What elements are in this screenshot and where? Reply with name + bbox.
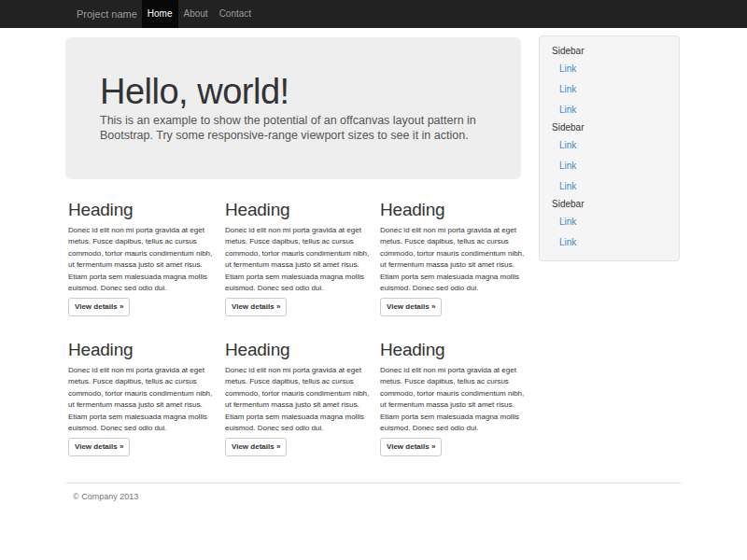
sidebar-group: Sidebar Link Link (540, 197, 679, 253)
content-card: Heading Donec id elit non mi porta gravi… (222, 200, 374, 316)
sidebar-group: Sidebar Link Link Link (540, 120, 679, 197)
card-heading: Heading (68, 200, 218, 220)
card-heading: Heading (380, 200, 529, 220)
content-card: Heading Donec id elit non mi porta gravi… (377, 340, 529, 456)
card-body-text: Donec id elit non mi porta gravida at eg… (380, 225, 525, 294)
card-body-text: Donec id elit non mi porta gravida at eg… (225, 365, 370, 434)
sidebar-link[interactable]: Link (540, 232, 679, 253)
sidebar-link[interactable]: Link (540, 79, 679, 100)
view-details-button[interactable]: View details » (225, 298, 287, 316)
navbar-menu: Home About Contact (142, 0, 257, 28)
sidebar-group-heading: Sidebar (540, 120, 679, 135)
hero-heading: Hello, world! (100, 73, 486, 110)
view-details-button[interactable]: View details » (68, 298, 130, 316)
content-card: Heading Donec id elit non mi porta gravi… (222, 340, 374, 456)
nav-item-contact[interactable]: Contact (214, 0, 257, 28)
card-body-text: Donec id elit non mi porta gravida at eg… (380, 365, 525, 434)
card-heading: Heading (225, 200, 374, 220)
nav-item-home[interactable]: Home (142, 0, 178, 28)
sidebar-group-heading: Sidebar (540, 44, 679, 59)
sidebar-link[interactable]: Link (540, 156, 679, 176)
sidebar-link[interactable]: Link (540, 176, 679, 197)
sidebar-group-heading: Sidebar (540, 197, 679, 212)
sidebar-link[interactable]: Link (540, 212, 679, 232)
footer: © Company 2013 (65, 492, 682, 501)
top-navbar: Project name Home About Contact (0, 0, 747, 28)
view-details-button[interactable]: View details » (380, 438, 442, 456)
jumbotron: Hello, world! This is an example to show… (65, 37, 521, 179)
content-card: Heading Donec id elit non mi porta gravi… (65, 340, 218, 456)
content-card: Heading Donec id elit non mi porta gravi… (65, 200, 218, 316)
footer-divider (65, 483, 682, 483)
card-heading: Heading (68, 340, 218, 360)
view-details-button[interactable]: View details » (225, 438, 287, 456)
card-body-text: Donec id elit non mi porta gravida at eg… (225, 225, 370, 294)
navbar-brand[interactable]: Project name (65, 0, 142, 28)
sidebar-well: Sidebar Link Link Link Sidebar Link Link… (539, 35, 680, 261)
card-body-text: Donec id elit non mi porta gravida at eg… (68, 225, 213, 294)
card-body-text: Donec id elit non mi porta gravida at eg… (68, 365, 213, 434)
card-heading: Heading (380, 340, 529, 360)
content-card: Heading Donec id elit non mi porta gravi… (377, 200, 529, 316)
view-details-button[interactable]: View details » (68, 438, 130, 456)
sidebar-link[interactable]: Link (540, 135, 679, 156)
hero-text: This is an example to show the potential… (100, 113, 486, 143)
copyright-text: © Company 2013 (73, 492, 682, 501)
view-details-button[interactable]: View details » (380, 298, 442, 316)
nav-item-about[interactable]: About (178, 0, 214, 28)
navbar-container: Project name Home About Contact (65, 0, 682, 28)
sidebar-link[interactable]: Link (540, 59, 679, 79)
card-heading: Heading (225, 340, 374, 360)
sidebar-link[interactable]: Link (540, 100, 679, 120)
sidebar-group: Sidebar Link Link Link (540, 44, 679, 120)
